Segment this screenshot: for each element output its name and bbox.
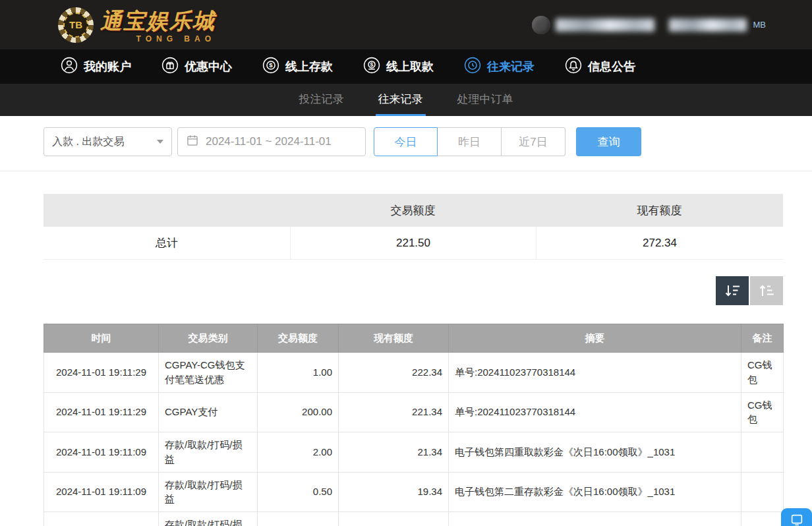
nav-item-promotions[interactable]: 优惠中心 bbox=[161, 57, 232, 77]
cell-amount: 18.00 bbox=[258, 512, 339, 526]
last-7-days-button[interactable]: 近7日 bbox=[502, 127, 566, 156]
cell-amount: 0.50 bbox=[258, 472, 339, 512]
summary-total-balance: 272.34 bbox=[536, 227, 783, 260]
col-header-summary: 摘要 bbox=[449, 324, 741, 353]
user-info-area: MB bbox=[532, 0, 767, 49]
table-row: 2024-11-01 19:11:29 CGPAY支付 200.00 221.3… bbox=[44, 392, 784, 432]
summary-header-row: 交易额度 现有额度 bbox=[44, 194, 783, 227]
cell-balance: 222.34 bbox=[339, 353, 449, 393]
cell-amount: 200.00 bbox=[258, 392, 339, 432]
cell-amount: 2.00 bbox=[258, 432, 339, 473]
calendar-icon bbox=[186, 134, 199, 150]
nav-item-announcements[interactable]: 信息公告 bbox=[565, 57, 635, 77]
cell-remark bbox=[741, 512, 784, 526]
cell-balance: 18.84 bbox=[339, 512, 449, 526]
chevron-down-icon bbox=[157, 140, 163, 144]
search-button[interactable]: 查询 bbox=[576, 127, 641, 156]
table-row: 2024-11-01 19:11:09 存款/取款/打码/损益 0.50 19.… bbox=[44, 472, 784, 512]
cell-type: CGPAY-CG钱包支付笔笔送优惠 bbox=[159, 353, 258, 393]
gift-icon bbox=[161, 57, 179, 77]
top-bar: TB 通宝娱乐城 TONG BAO MB bbox=[0, 0, 812, 49]
user-icon bbox=[61, 57, 78, 77]
col-header-type: 交易类别 bbox=[159, 324, 258, 353]
summary-header-amount: 交易额度 bbox=[290, 203, 536, 218]
bell-icon bbox=[565, 57, 582, 77]
table-row: 2024-11-01 19:11:09 存款/取款/打码/损益 2.00 21.… bbox=[44, 432, 784, 473]
yesterday-button[interactable]: 昨日 bbox=[438, 127, 502, 156]
cell-type: 存款/取款/打码/损益 bbox=[159, 472, 258, 512]
cell-time: 2024-11-01 19:11:29 bbox=[44, 353, 159, 393]
brand-title: 通宝娱乐城 bbox=[100, 7, 216, 36]
summary-total-amount: 221.50 bbox=[290, 227, 536, 260]
tab-transaction-records[interactable]: 往来记录 bbox=[376, 84, 426, 116]
date-range-value: 2024-11-01 ~ 2024-11-01 bbox=[206, 135, 332, 148]
balance-redacted bbox=[669, 18, 747, 32]
cell-time: 2024-11-01 19:11:09 bbox=[44, 472, 159, 512]
username-group bbox=[532, 16, 654, 34]
sort-controls bbox=[0, 276, 783, 305]
cell-type: CGPAY支付 bbox=[159, 392, 258, 432]
avatar-icon bbox=[532, 16, 550, 34]
nav-item-online-withdrawal[interactable]: $ 线上取款 bbox=[363, 57, 434, 77]
cell-summary: 电子钱包第二重存款彩金《次日16:00领取》_1031 bbox=[449, 472, 741, 512]
filter-bar: 入款 . 出款交易 2024-11-01 ~ 2024-11-01 今日 昨日 … bbox=[44, 127, 812, 156]
currency-label: MB bbox=[753, 20, 767, 30]
cell-remark: CG钱包 bbox=[741, 392, 784, 432]
logo-tb-monogram: TB bbox=[63, 13, 88, 38]
cell-time: 2024-11-01 19:11:09 bbox=[44, 432, 159, 473]
cell-summary: 单号:202411023770318144 bbox=[449, 353, 741, 393]
deposit-coin-icon: $ bbox=[262, 57, 279, 77]
poker-chip-logo-icon: TB bbox=[58, 7, 94, 43]
cell-time: 2024-11-01 19:11:29 bbox=[44, 392, 159, 432]
cell-remark bbox=[741, 432, 784, 473]
withdraw-coin-icon: $ bbox=[363, 57, 380, 77]
cell-summary: 电子钱包第四重取款彩金《次日16:00领取》_1031 bbox=[449, 432, 741, 473]
customer-service-icon bbox=[790, 513, 804, 526]
svg-text:$: $ bbox=[269, 61, 273, 69]
svg-text:$: $ bbox=[370, 61, 374, 67]
sort-ascending-button[interactable] bbox=[750, 276, 783, 305]
section-divider bbox=[0, 171, 812, 171]
cell-balance: 19.34 bbox=[339, 472, 449, 512]
transaction-type-select[interactable]: 入款 . 出款交易 bbox=[44, 127, 172, 156]
main-navigation: 我的账户 优惠中心 $ 线上存款 $ 线上取款 往来记录 信息公告 bbox=[0, 49, 812, 84]
cell-amount: 1.00 bbox=[258, 353, 339, 393]
brand-logo: TB 通宝娱乐城 TONG BAO bbox=[58, 7, 216, 44]
cell-time: 2024-11-01 19:11:09 bbox=[44, 512, 159, 526]
col-header-amount: 交易额度 bbox=[258, 324, 339, 353]
nav-item-transaction-records[interactable]: 往来记录 bbox=[464, 57, 535, 77]
cell-summary: 月月送《每月1号下午14:20领取》_1001 bbox=[449, 512, 741, 526]
records-tab-bar: 投注记录 往来记录 处理中订单 bbox=[0, 84, 812, 116]
summary-total-label: 总计 bbox=[44, 227, 290, 260]
quick-date-button-group: 今日 昨日 近7日 bbox=[374, 127, 566, 156]
cell-type: 存款/取款/打码/损益 bbox=[159, 512, 258, 526]
transaction-type-value: 入款 . 出款交易 bbox=[52, 135, 124, 149]
nav-item-online-deposit[interactable]: $ 线上存款 bbox=[262, 57, 333, 77]
brand-subtitle: TONG BAO bbox=[136, 34, 216, 44]
cell-remark bbox=[741, 472, 784, 512]
col-header-balance: 现有额度 bbox=[339, 324, 449, 353]
tab-betting-records[interactable]: 投注记录 bbox=[297, 84, 347, 116]
col-header-time: 时间 bbox=[44, 324, 159, 353]
nav-item-my-account[interactable]: 我的账户 bbox=[61, 57, 131, 77]
cell-balance: 221.34 bbox=[339, 392, 449, 432]
summary-header-balance: 现有额度 bbox=[536, 203, 783, 218]
cell-balance: 21.34 bbox=[339, 432, 449, 473]
cell-type: 存款/取款/打码/损益 bbox=[159, 432, 258, 473]
summary-table: 交易额度 现有额度 总计 221.50 272.34 bbox=[44, 194, 783, 260]
balance-group: MB bbox=[669, 18, 767, 32]
records-clock-icon bbox=[464, 57, 481, 77]
table-row: 2024-11-01 19:11:29 CGPAY-CG钱包支付笔笔送优惠 1.… bbox=[44, 353, 784, 393]
date-range-input[interactable]: 2024-11-01 ~ 2024-11-01 bbox=[177, 127, 366, 156]
transaction-records-table: 时间 交易类别 交易额度 现有额度 摘要 备注 2024-11-01 19:11… bbox=[44, 324, 784, 526]
summary-total-row: 总计 221.50 272.34 bbox=[44, 227, 783, 260]
cell-remark: CG钱包 bbox=[741, 353, 784, 393]
sort-descending-button[interactable] bbox=[716, 276, 749, 305]
col-header-remark: 备注 bbox=[741, 324, 784, 353]
table-row: 2024-11-01 19:11:09 存款/取款/打码/损益 18.00 18… bbox=[44, 512, 784, 526]
cell-summary: 单号:202411023770318144 bbox=[449, 392, 741, 432]
table-header-row: 时间 交易类别 交易额度 现有额度 摘要 备注 bbox=[44, 324, 784, 353]
tab-processing-orders[interactable]: 处理中订单 bbox=[455, 84, 516, 116]
customer-service-button[interactable] bbox=[781, 508, 812, 526]
today-button[interactable]: 今日 bbox=[374, 127, 438, 156]
